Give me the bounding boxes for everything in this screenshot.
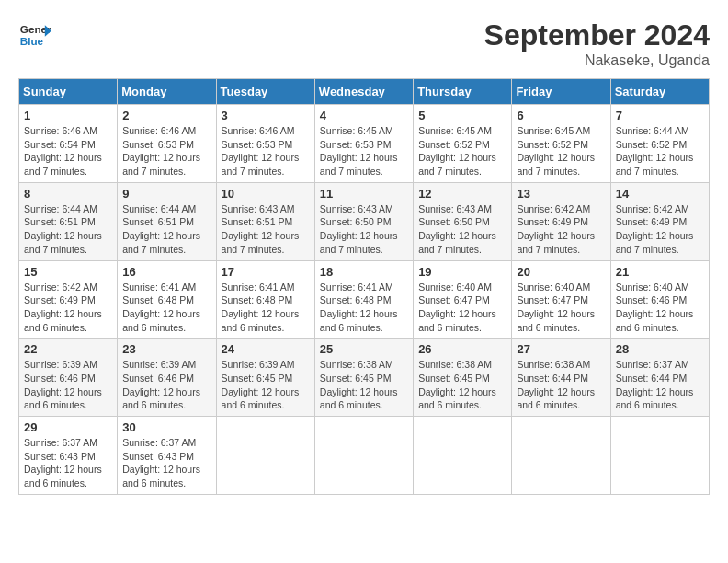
- day-number: 5: [418, 109, 506, 122]
- calendar-cell: 4Sunrise: 6:45 AMSunset: 6:53 PMDaylight…: [314, 105, 413, 183]
- day-number: 20: [517, 265, 605, 279]
- calendar-cell: 27Sunrise: 6:38 AMSunset: 6:44 PMDayligh…: [512, 339, 610, 417]
- day-info: Sunrise: 6:39 AMSunset: 6:46 PMDaylight:…: [122, 358, 210, 412]
- calendar-cell: 29Sunrise: 6:37 AMSunset: 6:43 PMDayligh…: [19, 417, 118, 495]
- calendar-cell: 11Sunrise: 6:43 AMSunset: 6:50 PMDayligh…: [314, 182, 413, 260]
- day-number: 16: [122, 265, 210, 279]
- day-info: Sunrise: 6:44 AMSunset: 6:52 PMDaylight:…: [616, 124, 704, 178]
- calendar-cell: 8Sunrise: 6:44 AMSunset: 6:51 PMDaylight…: [19, 182, 118, 260]
- calendar-cell: 18Sunrise: 6:41 AMSunset: 6:48 PMDayligh…: [314, 260, 413, 339]
- day-info: Sunrise: 6:42 AMSunset: 6:49 PMDaylight:…: [24, 281, 112, 335]
- calendar-body: 1Sunrise: 6:46 AMSunset: 6:54 PMDaylight…: [19, 105, 710, 495]
- day-number: 13: [517, 187, 605, 201]
- calendar-cell: [512, 417, 610, 495]
- day-number: 21: [616, 265, 704, 279]
- calendar-cell: 22Sunrise: 6:39 AMSunset: 6:46 PMDayligh…: [19, 339, 118, 417]
- day-info: Sunrise: 6:45 AMSunset: 6:52 PMDaylight:…: [517, 124, 605, 178]
- calendar-cell: 26Sunrise: 6:38 AMSunset: 6:45 PMDayligh…: [414, 339, 512, 417]
- col-header-monday: Monday: [118, 79, 216, 105]
- col-header-sunday: Sunday: [19, 79, 118, 105]
- day-number: 19: [418, 265, 506, 279]
- calendar-cell: 15Sunrise: 6:42 AMSunset: 6:49 PMDayligh…: [19, 260, 118, 339]
- day-number: 3: [222, 109, 310, 122]
- day-number: 27: [517, 342, 605, 356]
- calendar-cell: 9Sunrise: 6:44 AMSunset: 6:51 PMDaylight…: [118, 182, 216, 260]
- calendar-week-5: 29Sunrise: 6:37 AMSunset: 6:43 PMDayligh…: [19, 417, 710, 495]
- calendar-header-row: SundayMondayTuesdayWednesdayThursdayFrid…: [19, 79, 710, 105]
- day-info: Sunrise: 6:44 AMSunset: 6:51 PMDaylight:…: [24, 202, 112, 257]
- day-info: Sunrise: 6:41 AMSunset: 6:48 PMDaylight:…: [222, 281, 310, 335]
- day-info: Sunrise: 6:44 AMSunset: 6:51 PMDaylight:…: [122, 202, 210, 257]
- day-number: 8: [24, 187, 112, 201]
- calendar-cell: 30Sunrise: 6:37 AMSunset: 6:43 PMDayligh…: [118, 417, 216, 495]
- calendar-week-1: 1Sunrise: 6:46 AMSunset: 6:54 PMDaylight…: [19, 105, 710, 183]
- month-title: September 2024: [484, 18, 710, 52]
- calendar-cell: 14Sunrise: 6:42 AMSunset: 6:49 PMDayligh…: [610, 182, 709, 260]
- day-number: 28: [616, 342, 704, 356]
- day-number: 10: [222, 187, 310, 201]
- title-area: September 2024 Nakaseke, Uganda: [484, 18, 710, 69]
- day-info: Sunrise: 6:39 AMSunset: 6:45 PMDaylight:…: [222, 358, 310, 412]
- day-info: Sunrise: 6:38 AMSunset: 6:45 PMDaylight:…: [418, 358, 506, 412]
- calendar-week-3: 15Sunrise: 6:42 AMSunset: 6:49 PMDayligh…: [19, 260, 710, 339]
- col-header-thursday: Thursday: [414, 79, 512, 105]
- day-info: Sunrise: 6:46 AMSunset: 6:53 PMDaylight:…: [122, 124, 210, 178]
- day-info: Sunrise: 6:45 AMSunset: 6:52 PMDaylight:…: [418, 124, 506, 178]
- day-info: Sunrise: 6:41 AMSunset: 6:48 PMDaylight:…: [122, 281, 210, 335]
- calendar-cell: 17Sunrise: 6:41 AMSunset: 6:48 PMDayligh…: [216, 260, 314, 339]
- calendar-cell: 12Sunrise: 6:43 AMSunset: 6:50 PMDayligh…: [414, 182, 512, 260]
- day-number: 11: [320, 187, 408, 201]
- calendar-cell: 3Sunrise: 6:46 AMSunset: 6:53 PMDaylight…: [216, 105, 314, 183]
- day-number: 17: [222, 265, 310, 279]
- calendar-cell: 25Sunrise: 6:38 AMSunset: 6:45 PMDayligh…: [314, 339, 413, 417]
- day-number: 18: [320, 265, 408, 279]
- location-title: Nakaseke, Uganda: [484, 52, 710, 69]
- calendar-cell: 28Sunrise: 6:37 AMSunset: 6:44 PMDayligh…: [610, 339, 709, 417]
- calendar-cell: 5Sunrise: 6:45 AMSunset: 6:52 PMDaylight…: [414, 105, 512, 183]
- day-info: Sunrise: 6:43 AMSunset: 6:50 PMDaylight:…: [320, 202, 408, 257]
- day-number: 24: [222, 342, 310, 356]
- calendar-cell: 7Sunrise: 6:44 AMSunset: 6:52 PMDaylight…: [610, 105, 709, 183]
- day-number: 23: [122, 342, 210, 356]
- day-info: Sunrise: 6:37 AMSunset: 6:44 PMDaylight:…: [616, 358, 704, 412]
- day-info: Sunrise: 6:43 AMSunset: 6:51 PMDaylight:…: [222, 202, 310, 257]
- calendar-cell: 24Sunrise: 6:39 AMSunset: 6:45 PMDayligh…: [216, 339, 314, 417]
- calendar-week-2: 8Sunrise: 6:44 AMSunset: 6:51 PMDaylight…: [19, 182, 710, 260]
- day-number: 12: [418, 187, 506, 201]
- col-header-tuesday: Tuesday: [216, 79, 314, 105]
- day-info: Sunrise: 6:46 AMSunset: 6:53 PMDaylight:…: [222, 124, 310, 178]
- calendar-cell: 1Sunrise: 6:46 AMSunset: 6:54 PMDaylight…: [19, 105, 118, 183]
- calendar-cell: 13Sunrise: 6:42 AMSunset: 6:49 PMDayligh…: [512, 182, 610, 260]
- calendar-cell: 20Sunrise: 6:40 AMSunset: 6:47 PMDayligh…: [512, 260, 610, 339]
- day-info: Sunrise: 6:42 AMSunset: 6:49 PMDaylight:…: [616, 202, 704, 257]
- day-number: 29: [24, 420, 112, 434]
- day-number: 25: [320, 342, 408, 356]
- calendar-cell: [610, 417, 709, 495]
- col-header-wednesday: Wednesday: [314, 79, 413, 105]
- day-number: 26: [418, 342, 506, 356]
- day-number: 22: [24, 342, 112, 356]
- day-info: Sunrise: 6:41 AMSunset: 6:48 PMDaylight:…: [320, 281, 408, 335]
- day-number: 14: [616, 187, 704, 201]
- calendar-cell: 2Sunrise: 6:46 AMSunset: 6:53 PMDaylight…: [118, 105, 216, 183]
- logo-icon: General Blue: [18, 18, 51, 52]
- day-info: Sunrise: 6:39 AMSunset: 6:46 PMDaylight:…: [24, 358, 112, 412]
- day-number: 6: [517, 109, 605, 122]
- svg-text:Blue: Blue: [20, 35, 44, 47]
- day-info: Sunrise: 6:45 AMSunset: 6:53 PMDaylight:…: [320, 124, 408, 178]
- calendar-table: SundayMondayTuesdayWednesdayThursdayFrid…: [18, 78, 710, 495]
- day-number: 15: [24, 265, 112, 279]
- day-info: Sunrise: 6:37 AMSunset: 6:43 PMDaylight:…: [24, 436, 112, 490]
- day-number: 7: [616, 109, 704, 122]
- day-number: 1: [24, 109, 112, 122]
- col-header-friday: Friday: [512, 79, 610, 105]
- day-info: Sunrise: 6:38 AMSunset: 6:44 PMDaylight:…: [517, 358, 605, 412]
- day-number: 2: [122, 109, 210, 122]
- day-info: Sunrise: 6:46 AMSunset: 6:54 PMDaylight:…: [24, 124, 112, 178]
- calendar-cell: [314, 417, 413, 495]
- calendar-cell: [216, 417, 314, 495]
- day-info: Sunrise: 6:40 AMSunset: 6:47 PMDaylight:…: [418, 281, 506, 335]
- calendar-cell: 19Sunrise: 6:40 AMSunset: 6:47 PMDayligh…: [414, 260, 512, 339]
- day-info: Sunrise: 6:40 AMSunset: 6:47 PMDaylight:…: [517, 281, 605, 335]
- calendar-cell: 23Sunrise: 6:39 AMSunset: 6:46 PMDayligh…: [118, 339, 216, 417]
